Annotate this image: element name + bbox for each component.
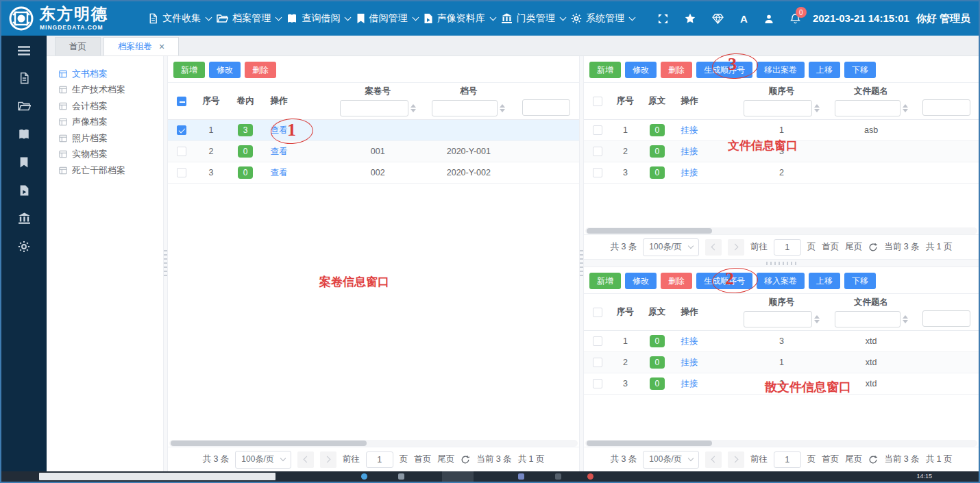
row-checkbox[interactable] — [177, 168, 186, 177]
gem-icon[interactable] — [712, 14, 724, 24]
horizontal-scrollbar[interactable] — [585, 227, 977, 234]
tree-item-photo-archive[interactable]: 照片档案 — [59, 130, 163, 147]
horizontal-scrollbar[interactable] — [585, 440, 977, 447]
last-page-link[interactable]: 尾页 — [845, 241, 862, 253]
table-row[interactable]: 3 0 挂接 2 — [584, 162, 979, 184]
menu-bars-icon[interactable] — [17, 45, 31, 56]
sort-arrows-icon[interactable] — [500, 104, 505, 112]
title-filter-input[interactable] — [835, 311, 901, 327]
delete-button[interactable]: 删除 — [245, 62, 276, 78]
horizontal-scrollbar[interactable] — [169, 440, 578, 447]
sort-arrows-icon[interactable] — [903, 315, 908, 323]
next-page-button[interactable] — [320, 451, 336, 468]
table-row[interactable]: 3 0 查看 002 2020-Y-002 — [168, 162, 579, 184]
attach-link[interactable]: 挂接 — [681, 358, 698, 367]
taskbar-app-icon[interactable] — [361, 473, 367, 480]
page-number-input[interactable] — [366, 451, 393, 468]
select-all-checkbox[interactable] — [593, 97, 602, 106]
first-page-link[interactable]: 首页 — [822, 454, 839, 465]
tab-home[interactable]: 首页 — [55, 37, 101, 55]
logo[interactable]: 东方明德 MINGDEDATA.COM — [8, 5, 143, 32]
table-row[interactable]: 2 0 查看 001 2020-Y-001 — [168, 141, 579, 162]
tree-item-av-archive[interactable]: 声像档案 — [59, 114, 163, 131]
taskbar-app-icon[interactable] — [398, 473, 404, 480]
taskbar-active-app[interactable] — [442, 471, 474, 482]
move-out-of-case-button[interactable]: 移出案卷 — [757, 62, 805, 78]
row-checkbox[interactable] — [593, 168, 602, 177]
bell-icon[interactable]: 0 — [790, 13, 800, 24]
page-number-input[interactable] — [774, 239, 801, 256]
table-row[interactable]: 3 0 挂接 2 xtd — [584, 373, 979, 395]
table-row[interactable]: 2 0 挂接 3 — [584, 141, 979, 162]
attach-link[interactable]: 挂接 — [681, 147, 698, 156]
nav-menu-system-manage[interactable]: 系统管理 — [571, 12, 635, 25]
user-icon[interactable] — [764, 14, 774, 24]
add-button[interactable]: 新增 — [589, 62, 621, 78]
prev-page-button[interactable] — [705, 451, 722, 468]
right-panel-splitter[interactable] — [584, 259, 979, 267]
folder-open-icon[interactable] — [18, 100, 31, 112]
order-filter-input[interactable] — [744, 100, 812, 116]
page-size-select[interactable]: 100条/页 — [643, 238, 698, 256]
row-checkbox[interactable] — [593, 379, 602, 388]
nav-menu-av-library[interactable]: 声像资料库 — [424, 12, 495, 25]
first-page-link[interactable]: 首页 — [822, 241, 839, 253]
edit-button[interactable]: 修改 — [209, 62, 241, 78]
next-page-button[interactable] — [728, 239, 744, 256]
bank-icon[interactable] — [18, 212, 31, 225]
tree-splitter[interactable] — [163, 56, 168, 471]
table-row[interactable]: 2 0 挂接 1 xtd — [584, 352, 979, 373]
page-number-input[interactable] — [774, 451, 801, 468]
add-button[interactable]: 新增 — [173, 62, 205, 78]
move-up-button[interactable]: 上移 — [809, 273, 840, 289]
extra-filter-input[interactable] — [522, 99, 570, 116]
extra-filter-input[interactable] — [922, 310, 970, 327]
move-into-case-button[interactable]: 移入案卷 — [757, 273, 805, 289]
close-icon[interactable]: × — [159, 42, 164, 51]
last-page-link[interactable]: 尾页 — [845, 454, 862, 465]
extra-filter-input[interactable] — [922, 99, 970, 116]
taskbar-app-icon[interactable] — [555, 473, 561, 480]
view-link[interactable]: 查看 — [270, 125, 287, 135]
first-page-link[interactable]: 首页 — [414, 454, 431, 465]
file-doc-icon[interactable] — [19, 72, 30, 84]
page-size-select[interactable]: 100条/页 — [643, 451, 698, 469]
attach-link[interactable]: 挂接 — [681, 125, 698, 135]
sort-arrows-icon[interactable] — [814, 315, 820, 323]
nav-menu-archive-manage[interactable]: 档案管理 — [217, 12, 281, 25]
delete-button[interactable]: 删除 — [661, 62, 692, 78]
row-checkbox[interactable] — [177, 125, 186, 135]
star-icon[interactable] — [685, 13, 696, 24]
attach-link[interactable]: 挂接 — [681, 336, 698, 346]
nav-menu-file-collect[interactable]: 文件收集 — [148, 12, 211, 25]
order-filter-input[interactable] — [744, 311, 812, 327]
move-up-button[interactable]: 上移 — [809, 62, 840, 78]
taskbar-search-input[interactable] — [39, 473, 275, 480]
tree-item-deceased-cadre-archive[interactable]: 死亡干部档案 — [59, 162, 163, 179]
edit-button[interactable]: 修改 — [625, 273, 657, 289]
font-size-icon[interactable]: A — [740, 13, 748, 25]
row-checkbox[interactable] — [593, 125, 602, 135]
select-all-checkbox[interactable] — [593, 308, 602, 317]
tree-item-production-archive[interactable]: 生产技术档案 — [59, 82, 163, 99]
tab-archive-grouping[interactable]: 档案组卷 × — [103, 37, 179, 55]
attach-link[interactable]: 挂接 — [681, 379, 698, 388]
file-no-filter-input[interactable] — [432, 100, 498, 116]
nav-menu-query-borrow[interactable]: 查询借阅 — [286, 12, 350, 25]
tree-item-accounting-archive[interactable]: 会计档案 — [59, 98, 163, 114]
case-no-filter-input[interactable] — [340, 100, 408, 116]
file-video-icon[interactable] — [19, 184, 29, 197]
move-down-button[interactable]: 下移 — [844, 62, 876, 78]
gears-icon[interactable] — [18, 240, 30, 253]
sort-arrows-icon[interactable] — [411, 104, 416, 112]
last-page-link[interactable]: 尾页 — [437, 454, 454, 465]
title-filter-input[interactable] — [835, 100, 901, 116]
prev-page-button[interactable] — [297, 451, 314, 468]
move-down-button[interactable]: 下移 — [844, 273, 876, 289]
generate-order-button[interactable]: 生成顺序号 — [696, 273, 752, 289]
table-row[interactable]: 1 3 查看 — [168, 120, 579, 141]
row-checkbox[interactable] — [177, 147, 186, 156]
select-all-checkbox[interactable] — [177, 97, 186, 106]
tree-item-document-archive[interactable]: 文书档案 — [59, 66, 163, 82]
delete-button[interactable]: 删除 — [661, 273, 692, 289]
